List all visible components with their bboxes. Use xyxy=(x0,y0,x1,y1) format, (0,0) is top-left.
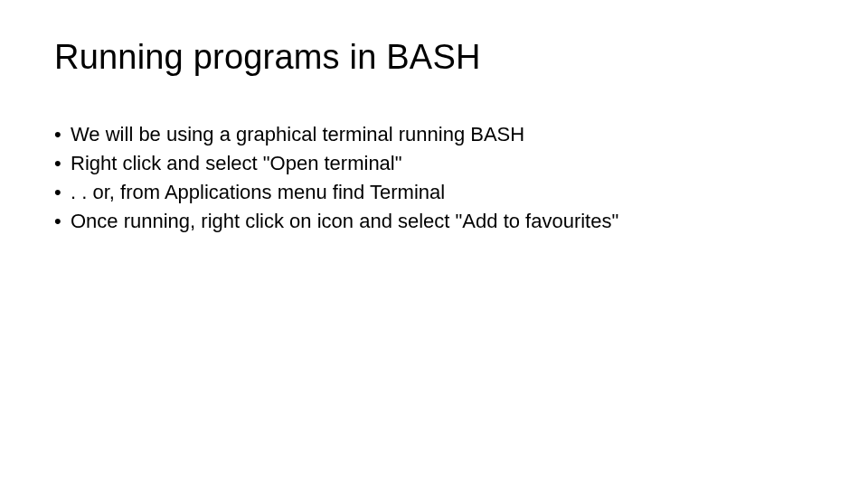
list-item: . . or, from Applications menu find Term… xyxy=(54,178,814,207)
bullet-list: We will be using a graphical terminal ru… xyxy=(54,120,814,236)
list-item: We will be using a graphical terminal ru… xyxy=(54,120,814,149)
list-item: Right click and select "Open terminal" xyxy=(54,149,814,178)
slide-title: Running programs in BASH xyxy=(54,38,814,77)
list-item: Once running, right click on icon and se… xyxy=(54,207,814,236)
